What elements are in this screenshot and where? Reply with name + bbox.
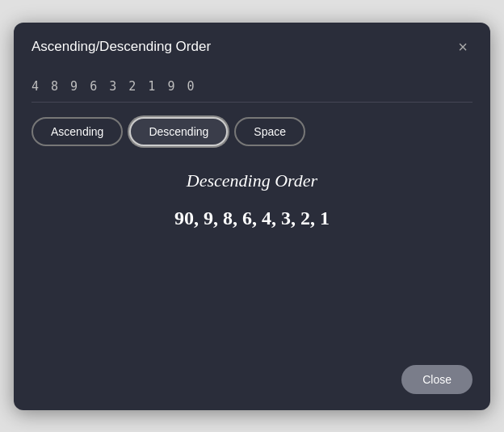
space-button[interactable]: Space <box>234 117 305 146</box>
modal-header: Ascending/Descending Order × <box>14 23 490 68</box>
ascending-button[interactable]: Ascending <box>32 117 123 146</box>
modal-body: 4 8 9 6 3 2 1 9 0 Ascending Descending S… <box>14 68 490 357</box>
numbers-display: 4 8 9 6 3 2 1 9 0 <box>32 79 472 94</box>
descending-button[interactable]: Descending <box>129 117 228 146</box>
close-x-button[interactable]: × <box>453 37 472 57</box>
modal-footer: Close <box>14 357 490 410</box>
modal-title: Ascending/Descending Order <box>32 39 211 55</box>
modal-dialog: Ascending/Descending Order × 4 8 9 6 3 2… <box>14 23 490 410</box>
modal-overlay: Ascending/Descending Order × 4 8 9 6 3 2… <box>0 0 504 432</box>
button-group: Ascending Descending Space <box>32 117 472 146</box>
divider <box>32 102 472 103</box>
result-label: Descending Order <box>32 170 472 191</box>
result-value: 90, 9, 8, 6, 4, 3, 2, 1 <box>32 208 472 229</box>
close-button[interactable]: Close <box>401 365 472 394</box>
